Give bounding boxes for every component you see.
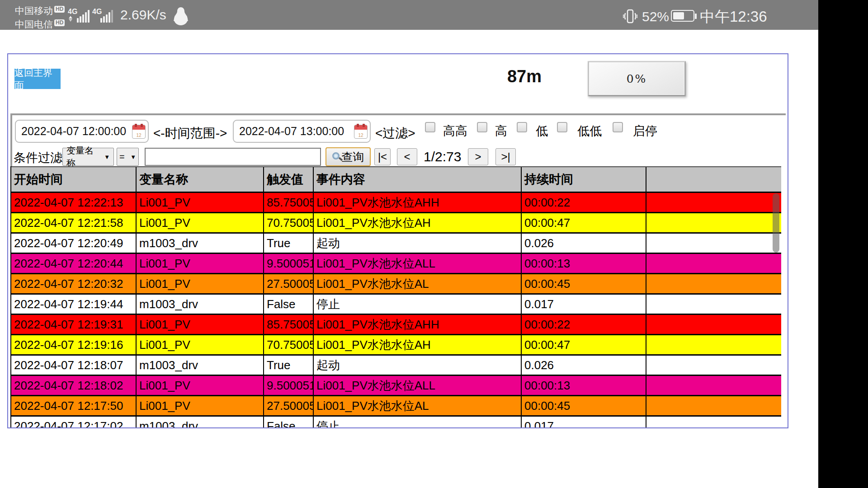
table-header-row: 开始时间变量名称触发值事件内容持续时间 <box>11 166 781 193</box>
cell-trigger-value: 70.75005 <box>264 335 314 354</box>
filter-checkbox-label: 低低 <box>577 123 602 139</box>
table-row[interactable]: 2022-04-07 12:17:50Li001_PV27.50005Li001… <box>11 396 781 417</box>
filter-checkbox-label: 高 <box>495 123 507 139</box>
page-next-button[interactable]: > <box>468 148 488 165</box>
field-dropdown-value: 变量名称 <box>66 145 100 169</box>
page-prev-button[interactable]: < <box>397 148 417 165</box>
cell-empty <box>646 193 781 212</box>
table-row[interactable]: 2022-04-07 12:20:44Li001_PV9.500051Li001… <box>11 254 781 274</box>
cell-start-time: 2022-04-07 12:20:32 <box>11 274 137 293</box>
alarm-table: 开始时间变量名称触发值事件内容持续时间2022-04-07 12:22:13Li… <box>10 166 781 427</box>
cell-var-name: m1003_drv <box>137 356 264 375</box>
carrier-name-1: 中国移动 <box>15 5 53 17</box>
cell-empty <box>646 356 781 375</box>
cell-var-name: Li001_PV <box>137 254 264 273</box>
cell-empty <box>646 295 781 314</box>
back-to-main-button[interactable]: 返回主界面 <box>14 69 61 89</box>
status-bar: 中国移动 HD 中国电信 HD 4G 4G 2.69K/s 52% 中午12:3… <box>0 0 818 30</box>
query-button[interactable]: 查询 <box>326 147 371 166</box>
field-dropdown[interactable]: 变量名称 ▼ <box>62 148 114 166</box>
filter-checkbox-高[interactable] <box>477 122 487 132</box>
header-cell-event-content: 事件内容 <box>314 167 522 192</box>
cell-trigger-value: 9.500051 <box>264 254 314 273</box>
table-row[interactable]: 2022-04-07 12:20:49m1003_drvTrue起动0.026 <box>11 234 781 254</box>
cell-empty <box>646 335 781 354</box>
header-cell-trigger-value: 触发值 <box>264 167 314 192</box>
cell-trigger-value: 70.75005 <box>264 213 314 232</box>
cell-event-content: Li001_PV水池水位AHH <box>314 193 522 212</box>
cell-empty <box>646 213 781 232</box>
data-updown-arrows-icon <box>69 16 72 22</box>
table-row[interactable]: 2022-04-07 12:20:32Li001_PV27.50005Li001… <box>11 274 781 295</box>
table-scrollbar-thumb[interactable] <box>773 193 779 253</box>
cell-trigger-value: False <box>264 295 314 314</box>
calendar-icon[interactable]: 12 <box>354 125 368 139</box>
header-cell-duration: 持续时间 <box>522 167 646 192</box>
end-time-input[interactable]: 2022-04-07 13:00:00 12 <box>233 120 371 143</box>
filter-checkbox-低[interactable] <box>517 122 527 132</box>
chevron-down-icon: ▼ <box>127 154 136 160</box>
table-row[interactable]: 2022-04-07 12:17:02m1003_drvFalse停止0.017 <box>11 417 781 427</box>
signal-strength-icon-1 <box>77 10 90 23</box>
cell-trigger-value: 27.50005 <box>264 396 314 415</box>
cell-duration: 00:00:22 <box>522 315 646 334</box>
filter-checkbox-label: 低 <box>536 123 548 139</box>
search-icon <box>332 152 341 161</box>
cell-duration: 00:00:45 <box>522 396 646 415</box>
qq-penguin-notification-icon <box>174 7 188 25</box>
cell-event-content: Li001_PV水池水位AH <box>314 335 522 354</box>
calendar-icon[interactable]: 12 <box>132 125 146 139</box>
cell-duration: 00:00:47 <box>522 213 646 232</box>
operator-dropdown[interactable]: = ▼ <box>117 148 139 166</box>
vibrate-icon <box>623 9 637 23</box>
header-cell-var-name: 变量名称 <box>137 167 264 192</box>
filter-checkbox-低低[interactable] <box>557 122 567 132</box>
signal-strength-icon-2 <box>100 10 113 23</box>
cell-start-time: 2022-04-07 12:19:31 <box>11 315 137 334</box>
table-row[interactable]: 2022-04-07 12:21:58Li001_PV70.75005Li001… <box>11 213 781 234</box>
cell-trigger-value: 9.500051 <box>264 376 314 395</box>
network-type-label-1: 4G <box>68 8 77 16</box>
page-first-button[interactable]: |< <box>374 148 391 165</box>
condition-value-input[interactable] <box>145 148 321 166</box>
cell-start-time: 2022-04-07 12:19:16 <box>11 335 137 354</box>
cell-duration: 00:00:13 <box>522 254 646 273</box>
cell-empty <box>646 417 781 427</box>
cell-var-name: Li001_PV <box>137 213 264 232</box>
table-row[interactable]: 2022-04-07 12:19:44m1003_drvFalse停止0.017 <box>11 295 781 315</box>
cell-var-name: m1003_drv <box>137 417 264 427</box>
cell-var-name: Li001_PV <box>137 193 264 212</box>
start-time-value: 2022-04-07 12:00:00 <box>21 125 126 138</box>
battery-percent: 52% <box>642 9 669 24</box>
cell-var-name: Li001_PV <box>137 396 264 415</box>
cell-trigger-value: 85.75005 <box>264 315 314 334</box>
table-row[interactable]: 2022-04-07 12:18:07m1003_drvTrue起动0.026 <box>11 356 781 376</box>
cell-event-content: Li001_PV水池水位ALL <box>314 254 522 273</box>
page-indicator: 1/2:73 <box>424 149 461 164</box>
cell-start-time: 2022-04-07 12:20:49 <box>11 234 137 253</box>
table-row[interactable]: 2022-04-07 12:18:02Li001_PV9.500051Li001… <box>11 376 781 396</box>
cell-event-content: Li001_PV水池水位AL <box>314 396 522 415</box>
start-time-input[interactable]: 2022-04-07 12:00:00 12 <box>15 120 149 143</box>
cell-trigger-value: 27.50005 <box>264 274 314 293</box>
cell-duration: 0.026 <box>522 234 646 253</box>
cell-empty <box>646 254 781 273</box>
cell-start-time: 2022-04-07 12:17:02 <box>11 417 137 427</box>
table-row[interactable]: 2022-04-07 12:19:31Li001_PV85.75005Li001… <box>11 315 781 335</box>
table-row[interactable]: 2022-04-07 12:22:13Li001_PV85.75005Li001… <box>11 193 781 213</box>
condition-filter-label: 条件过滤: <box>14 150 66 166</box>
status-clock: 中午12:36 <box>700 7 767 27</box>
network-speed: 2.69K/s <box>120 7 166 23</box>
cell-empty <box>646 376 781 395</box>
filter-checkbox-高高[interactable] <box>425 122 435 132</box>
table-row[interactable]: 2022-04-07 12:19:16Li001_PV70.75005Li001… <box>11 335 781 356</box>
cell-empty <box>646 234 781 253</box>
cell-duration: 00:00:13 <box>522 376 646 395</box>
cell-event-content: 停止 <box>314 295 522 314</box>
page-last-button[interactable]: >| <box>495 148 516 165</box>
android-nav-bar <box>818 0 868 488</box>
percent-button[interactable]: 0% <box>588 61 686 96</box>
filter-checkbox-启停[interactable] <box>613 122 623 132</box>
battery-icon <box>671 10 694 22</box>
cell-event-content: 起动 <box>314 234 522 253</box>
